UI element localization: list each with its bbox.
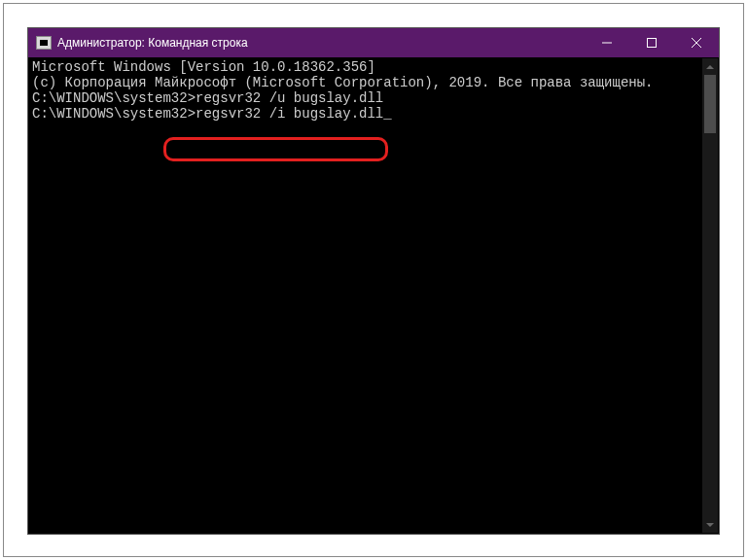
console-line: (c) Корпорация Майкрософт (Microsoft Cor… [32, 75, 713, 90]
svg-rect-1 [648, 39, 657, 48]
maximize-button[interactable] [629, 28, 674, 57]
window-title: Администратор: Командная строка [57, 36, 248, 50]
console-line: C:\WINDOWS\system32>regsvr32 /i bugslay.… [32, 106, 713, 122]
close-icon [692, 38, 701, 48]
chevron-up-icon [706, 65, 714, 69]
prompt-path: C:\WINDOWS\system32> [32, 90, 196, 106]
console-output[interactable]: Microsoft Windows [Version 10.0.18362.35… [28, 57, 719, 534]
cmd-window: Администратор: Командная строка Microsof… [27, 27, 720, 535]
titlebar[interactable]: Администратор: Командная строка [28, 28, 719, 57]
minimize-icon [602, 38, 612, 48]
vertical-scrollbar[interactable] [702, 58, 718, 533]
close-button[interactable] [674, 28, 719, 57]
prompt-command: regsvr32 /u bugslay.dll [196, 90, 383, 106]
chevron-down-icon [706, 523, 714, 527]
maximize-icon [647, 38, 657, 48]
prompt-command: regsvr32 /i bugslay.dll [196, 106, 383, 122]
scroll-thumb[interactable] [704, 75, 716, 133]
cmd-icon [36, 36, 52, 50]
scroll-up-button[interactable] [702, 58, 718, 75]
console-line: C:\WINDOWS\system32>regsvr32 /u bugslay.… [32, 90, 713, 106]
minimize-button[interactable] [585, 28, 629, 57]
console-line: Microsoft Windows [Version 10.0.18362.35… [32, 59, 713, 75]
window-controls [585, 28, 719, 57]
cursor: _ [383, 106, 391, 122]
scroll-track[interactable] [702, 75, 718, 516]
scroll-down-button[interactable] [702, 516, 718, 533]
prompt-path: C:\WINDOWS\system32> [32, 106, 196, 122]
